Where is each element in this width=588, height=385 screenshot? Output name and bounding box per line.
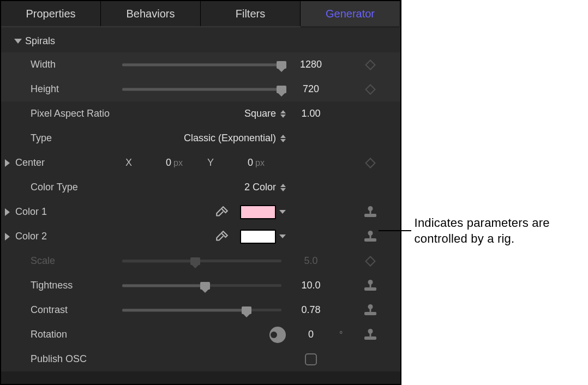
param-label: Rotation xyxy=(15,329,122,340)
contrast-value[interactable]: 0.78 xyxy=(286,304,336,316)
param-label: Color 1 xyxy=(15,206,122,218)
tab-bar: Properties Behaviors Filters Generator xyxy=(1,1,400,26)
rig-joystick-icon[interactable] xyxy=(364,231,376,243)
type-popup[interactable]: Classic (Exponential) xyxy=(184,133,286,144)
color-type-popup[interactable]: 2 Color xyxy=(244,182,286,193)
tightness-slider[interactable] xyxy=(122,278,281,293)
param-row-pixel-aspect-ratio: Pixel Aspect Ratio Square 1.00 xyxy=(1,101,400,126)
param-row-rotation: Rotation 0 ° xyxy=(1,322,400,347)
param-label: Center xyxy=(15,157,122,169)
callout-line xyxy=(379,230,411,231)
popup-arrows-icon xyxy=(280,135,286,142)
inspector-body: Spirals Width 1280 Height xyxy=(1,28,400,371)
param-label: Contrast xyxy=(15,304,122,316)
color-2-swatch[interactable] xyxy=(240,230,276,244)
param-row-center: Center X 0 px Y 0 px xyxy=(1,151,400,175)
param-label: Pixel Aspect Ratio xyxy=(15,108,122,119)
eyedropper-icon[interactable] xyxy=(215,205,229,219)
disclosure-triangle-icon[interactable] xyxy=(5,233,10,240)
popup-arrows-icon xyxy=(280,110,286,118)
rig-joystick-icon[interactable] xyxy=(364,280,376,292)
center-x-value[interactable]: 0 xyxy=(145,157,171,169)
param-label: Scale xyxy=(15,255,122,267)
param-label: Tightness xyxy=(15,280,122,291)
tab-properties[interactable]: Properties xyxy=(1,1,101,26)
rig-joystick-icon[interactable] xyxy=(364,206,376,218)
param-label: Color 2 xyxy=(15,231,122,242)
keyframe-icon[interactable] xyxy=(365,59,376,70)
contrast-slider[interactable] xyxy=(122,303,281,318)
param-row-type: Type Classic (Exponential) xyxy=(1,126,400,151)
group-header[interactable]: Spirals xyxy=(1,28,400,52)
chevron-down-icon[interactable] xyxy=(279,210,286,214)
tightness-value[interactable]: 10.0 xyxy=(286,280,336,291)
eyedropper-icon[interactable] xyxy=(215,230,229,244)
param-row-contrast: Contrast 0.78 xyxy=(1,298,400,322)
chevron-down-icon[interactable] xyxy=(279,234,286,238)
rotation-value[interactable]: 0 xyxy=(286,329,336,340)
color-1-swatch[interactable] xyxy=(240,205,276,219)
param-row-publish-osc: Publish OSC xyxy=(1,347,400,371)
group-title: Spirals xyxy=(25,35,55,47)
param-row-color-type: Color Type 2 Color xyxy=(1,175,400,200)
rig-joystick-icon[interactable] xyxy=(364,304,376,316)
rig-joystick-icon[interactable] xyxy=(364,329,376,341)
param-row-color-2: Color 2 xyxy=(1,224,400,249)
tab-behaviors[interactable]: Behaviors xyxy=(101,1,201,26)
param-row-height: Height 720 xyxy=(1,77,400,101)
tab-generator[interactable]: Generator xyxy=(301,1,400,26)
keyframe-icon[interactable] xyxy=(365,256,376,267)
height-slider[interactable] xyxy=(122,82,281,97)
rotation-dial[interactable] xyxy=(269,327,286,343)
tab-filters[interactable]: Filters xyxy=(201,1,301,26)
scale-value: 5.0 xyxy=(286,255,336,267)
param-label: Type xyxy=(15,133,122,144)
publish-osc-checkbox[interactable] xyxy=(305,353,317,365)
scale-slider xyxy=(122,254,281,269)
keyframe-icon[interactable] xyxy=(365,158,376,169)
disclosure-triangle-icon[interactable] xyxy=(5,208,10,216)
param-row-tightness: Tightness 10.0 xyxy=(1,273,400,298)
height-value[interactable]: 720 xyxy=(286,83,336,95)
callout-text: Indicates parameters are controlled by a… xyxy=(411,215,588,246)
callout-annotation: Indicates parameters are controlled by a… xyxy=(379,215,588,246)
param-label: Color Type xyxy=(15,182,122,193)
width-slider[interactable] xyxy=(122,57,281,73)
param-label: Publish OSC xyxy=(15,353,122,365)
param-row-color-1: Color 1 xyxy=(1,200,400,224)
param-row-width: Width 1280 xyxy=(1,52,400,77)
center-y-value[interactable]: 0 xyxy=(227,157,253,169)
inspector-panel: Properties Behaviors Filters Generator S… xyxy=(0,0,401,385)
keyframe-icon[interactable] xyxy=(365,84,376,95)
param-label: Height xyxy=(15,83,122,95)
param-row-scale: Scale 5.0 xyxy=(1,249,400,273)
par-popup[interactable]: Square xyxy=(244,108,286,119)
disclosure-triangle-icon[interactable] xyxy=(5,159,10,167)
disclosure-triangle-icon[interactable] xyxy=(14,39,22,44)
popup-arrows-icon xyxy=(280,184,286,191)
par-value[interactable]: 1.00 xyxy=(286,108,336,119)
width-value[interactable]: 1280 xyxy=(286,59,336,70)
param-label: Width xyxy=(15,59,122,70)
